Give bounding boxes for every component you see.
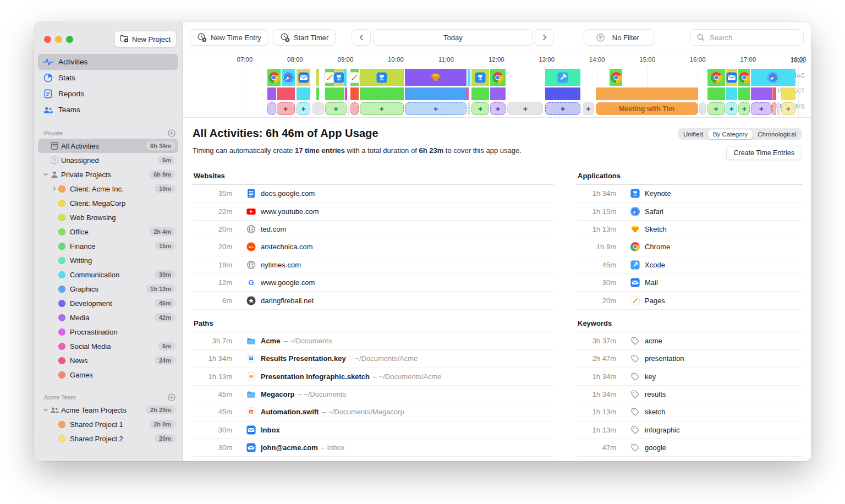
sidebar-item-development[interactable]: Development45m <box>47 296 178 310</box>
add-project-icon[interactable] <box>167 129 176 138</box>
app-usage-block[interactable] <box>297 69 310 86</box>
applications-row[interactable]: 1h 15mSafari <box>577 202 802 220</box>
paths-row[interactable]: 1h 34mResults Presentation.key– ~/Docume… <box>193 350 553 368</box>
time-entry-block[interactable]: + <box>507 102 543 115</box>
minimize-window-button[interactable] <box>55 36 62 43</box>
project-block[interactable] <box>707 87 725 100</box>
keywords-row[interactable]: 2h 47mpresentation <box>577 350 802 368</box>
time-entry-block[interactable]: + <box>583 102 594 115</box>
close-window-button[interactable] <box>44 36 51 43</box>
view-mode-by-category[interactable]: By Category <box>708 129 753 139</box>
websites-row[interactable]: 12mGwww.google.com <box>193 274 553 292</box>
applications-row[interactable]: 45mXcode <box>577 256 802 274</box>
app-usage-block[interactable] <box>490 69 505 86</box>
project-block[interactable] <box>545 87 580 100</box>
new-time-entry-button[interactable]: New Time Entry <box>190 29 268 46</box>
time-entry-block[interactable]: + <box>490 102 505 115</box>
sidebar-nav-teams[interactable]: Teams <box>38 102 178 118</box>
app-usage-block[interactable] <box>468 69 470 86</box>
sidebar-item-acme-team-projects[interactable]: Acme Team Projects2h 20m <box>38 403 178 417</box>
time-entry-block[interactable]: + <box>545 102 580 115</box>
keywords-row[interactable]: 1h 13msketch <box>577 403 802 421</box>
sidebar-nav-stats[interactable]: Stats <box>38 70 178 86</box>
chevron-right-icon[interactable] <box>50 185 58 192</box>
previous-day-button[interactable] <box>352 29 371 46</box>
next-day-button[interactable] <box>535 29 554 46</box>
app-usage-block[interactable] <box>325 69 334 86</box>
project-block[interactable] <box>596 87 699 100</box>
project-block[interactable] <box>490 87 505 100</box>
chevron-down-icon[interactable] <box>41 171 50 178</box>
time-entry-block[interactable]: + <box>751 102 771 115</box>
zoom-window-button[interactable] <box>66 36 73 43</box>
project-block[interactable] <box>781 87 795 100</box>
start-timer-button[interactable]: Start Timer <box>273 29 336 46</box>
project-block[interactable] <box>345 87 347 100</box>
app-usage-block[interactable] <box>610 69 622 86</box>
sidebar-item-communication[interactable]: Communication30m <box>47 267 178 282</box>
app-usage-block[interactable] <box>405 69 467 86</box>
applications-row[interactable]: 1h 34mKeynote <box>577 185 802 202</box>
time-entry-block[interactable]: + <box>738 102 750 115</box>
project-block[interactable] <box>471 87 490 100</box>
paths-row[interactable]: 1h 13mPresentation Infographic.sketch– ~… <box>193 368 553 386</box>
sidebar-item-social-media[interactable]: Social Media6m <box>47 339 178 353</box>
sidebar-item-news[interactable]: News24m <box>47 353 178 368</box>
project-block[interactable] <box>751 87 771 100</box>
applications-row[interactable]: 1h 13mSketch <box>577 221 802 238</box>
time-entry-block[interactable] <box>312 102 324 115</box>
sidebar-item-private-projects[interactable]: Private Projects6h 9m <box>38 167 178 182</box>
project-block[interactable] <box>726 87 737 100</box>
project-block[interactable] <box>277 87 295 100</box>
keywords-row[interactable]: 1h 13minfographic <box>577 421 802 439</box>
app-usage-block[interactable] <box>344 69 347 86</box>
search-input[interactable] <box>709 33 798 42</box>
new-project-button[interactable]: New Project <box>114 31 177 47</box>
keywords-row[interactable]: 47mgoogle <box>577 439 802 457</box>
sidebar-item-office[interactable]: Office2h 4m <box>47 224 178 239</box>
time-entry-block[interactable]: + <box>405 102 467 115</box>
time-entry-block[interactable] <box>267 102 276 115</box>
app-usage-block[interactable] <box>316 69 319 86</box>
date-picker-today[interactable]: Today <box>373 29 533 46</box>
time-entry-block[interactable] <box>348 102 350 115</box>
sidebar-item-web-browsing[interactable]: Web Browsing <box>47 210 178 224</box>
websites-row[interactable]: 6mdaringfireball.net <box>193 292 553 309</box>
sidebar-item-client-acme-inc[interactable]: Client: Acme Inc.10m <box>47 182 178 196</box>
time-entry-block[interactable]: + <box>360 102 404 115</box>
project-block[interactable] <box>316 87 319 100</box>
sidebar-item-writing[interactable]: Writing <box>47 253 178 267</box>
project-block[interactable] <box>738 87 750 100</box>
keywords-row[interactable]: 1h 34mkey <box>577 368 802 386</box>
time-entry-block[interactable] <box>699 102 706 115</box>
project-block[interactable] <box>297 87 310 100</box>
sidebar-item-unassigned[interactable]: ?Unassigned5m <box>38 153 178 167</box>
keywords-row[interactable]: 3h 37macme <box>577 332 802 350</box>
applications-row[interactable]: 20mPages <box>577 292 802 309</box>
sidebar-item-shared-project-2[interactable]: Shared Project 220m <box>47 431 178 446</box>
time-entry-block[interactable] <box>777 102 780 115</box>
time-entry-block[interactable]: + <box>297 102 310 115</box>
paths-row[interactable]: 3h 7mAcme– ~/Documents <box>193 332 553 350</box>
time-entry-block[interactable]: + <box>707 102 725 115</box>
app-usage-block[interactable] <box>471 69 490 86</box>
paths-row[interactable]: 45mAutomation.swift– ~/Documents/Megacor… <box>193 403 553 421</box>
paths-row[interactable]: 30mInbox <box>193 421 553 439</box>
websites-row[interactable]: 35mdocs.google.com <box>193 185 553 202</box>
project-block[interactable] <box>325 87 344 100</box>
time-entry-meeting[interactable]: Meeting with Tim <box>596 102 699 115</box>
websites-row[interactable]: 20mted.com <box>193 221 553 238</box>
time-entry-block[interactable] <box>468 102 470 115</box>
sidebar-nav-reports[interactable]: Reports <box>38 86 178 102</box>
sidebar-item-graphics[interactable]: Graphics1h 13m <box>47 282 178 296</box>
keywords-row[interactable]: 1h 34mresults <box>577 386 802 403</box>
sidebar-item-games[interactable]: Games <box>47 368 178 382</box>
create-time-entries-button[interactable]: Create Time Entries <box>726 146 802 160</box>
project-block[interactable] <box>467 87 469 100</box>
websites-row[interactable]: 18mnytimes.com <box>193 256 553 274</box>
sidebar-nav-activities[interactable]: Activities <box>38 54 178 70</box>
app-usage-block[interactable] <box>751 69 795 86</box>
view-mode-chronological[interactable]: Chronological <box>753 129 801 139</box>
sidebar-item-media[interactable]: Media42m <box>47 310 178 325</box>
paths-row[interactable]: 30mjohn@acme.com– Inbox <box>193 439 553 457</box>
